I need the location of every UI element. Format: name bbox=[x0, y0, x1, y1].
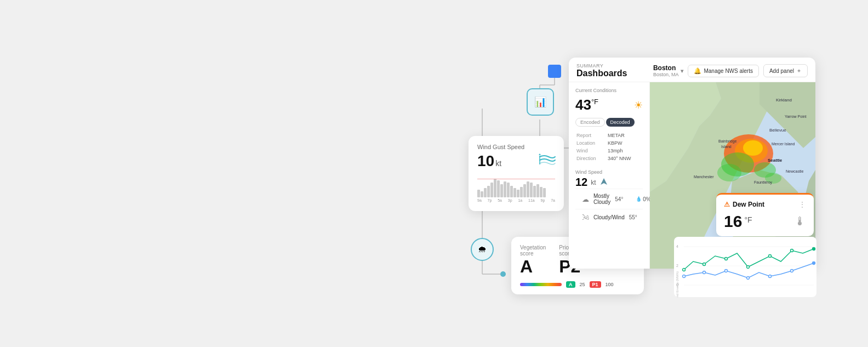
bottom-row: A 25 P1 100 bbox=[520, 281, 635, 288]
svg-point-57 bbox=[769, 275, 772, 278]
warning-icon: ⚠ bbox=[724, 201, 730, 208]
dash-title-block: Summary Dashboards bbox=[576, 63, 627, 78]
wind-cloud-icon: 🌬 bbox=[582, 213, 589, 221]
svg-point-46 bbox=[683, 269, 686, 271]
dashboard-title: Dashboards bbox=[576, 69, 627, 78]
wind-speed-label: Wind Speed bbox=[575, 169, 643, 175]
svg-text:Seattle: Seattle bbox=[768, 158, 783, 163]
svg-point-54 bbox=[703, 271, 706, 274]
svg-text:Yarrow Point: Yarrow Point bbox=[785, 115, 807, 118]
svg-point-55 bbox=[725, 270, 728, 272]
svg-point-49 bbox=[747, 266, 750, 269]
svg-point-9 bbox=[500, 271, 506, 277]
wind-speed-value: 12 kt bbox=[575, 176, 643, 189]
wind-gust-card: Wind Gust Speed 10 kt bbox=[469, 136, 564, 211]
dew-point-title: ⚠ Dew Point bbox=[724, 201, 764, 208]
dash-header: Summary Dashboards Boston Boston, MA ▾ 🔔… bbox=[569, 58, 815, 82]
cloudy-icon: ☁ bbox=[582, 195, 589, 203]
svg-point-51 bbox=[791, 249, 793, 252]
add-panel-button[interactable]: Add panel ＋ bbox=[763, 64, 808, 77]
chevron-down-icon: ▾ bbox=[681, 68, 683, 74]
meta-table: Report METAR Location KBPW Wind 13mph Di… bbox=[575, 131, 643, 163]
top-square-node bbox=[548, 65, 561, 78]
svg-text:Bainbridge: Bainbridge bbox=[718, 139, 737, 144]
dash-left-panel: Current Conditions 43°F ☀ Encoded Decode… bbox=[569, 82, 650, 269]
svg-point-47 bbox=[703, 263, 706, 266]
svg-text:Wind Energy (MWh): Wind Energy (MWh) bbox=[676, 271, 679, 297]
badge-p: P1 bbox=[590, 281, 601, 288]
dew-point-value: 16 °F bbox=[724, 212, 752, 231]
svg-point-48 bbox=[725, 258, 728, 260]
svg-rect-39 bbox=[674, 237, 816, 297]
chart-labels: 9a7p5a3p1a11a9p7a bbox=[477, 198, 555, 202]
wind-gust-icon bbox=[539, 152, 556, 169]
rain-icon-node: 🌧 bbox=[471, 238, 494, 261]
color-bar bbox=[520, 283, 562, 286]
svg-text:Mercer Island: Mercer Island bbox=[772, 142, 795, 146]
chart-icon-node: 📊 bbox=[527, 88, 554, 116]
chart-bars bbox=[477, 174, 546, 197]
forecast-row-1: ☁ Mostly Cloudy 54° 💧0% S 18 mph bbox=[575, 189, 643, 209]
svg-text:Manchester: Manchester bbox=[694, 175, 714, 179]
svg-point-59 bbox=[813, 262, 815, 265]
svg-text:Fauntleroy: Fauntleroy bbox=[754, 180, 773, 185]
location-selector[interactable]: Boston Boston, MA ▾ bbox=[653, 64, 684, 77]
wind-speed-section: Wind Speed 12 kt bbox=[575, 169, 643, 189]
current-conditions-label: Current Conditions bbox=[575, 88, 643, 93]
scene: 📊 🌧 Wind Gust Speed 10 kt bbox=[0, 0, 868, 347]
svg-point-25 bbox=[717, 164, 741, 181]
veg-score-value: A bbox=[520, 257, 546, 277]
svg-text:Island: Island bbox=[721, 145, 732, 149]
svg-marker-13 bbox=[539, 153, 541, 155]
veg-score-block: Vegetation score A bbox=[520, 244, 546, 277]
svg-point-50 bbox=[769, 255, 772, 258]
manage-nws-alerts-button[interactable]: 🔔 Manage NWS alerts bbox=[688, 65, 758, 77]
table-row: Direction 340° NNW bbox=[576, 155, 642, 162]
svg-point-56 bbox=[747, 277, 750, 280]
svg-text:Newcastle: Newcastle bbox=[786, 169, 803, 173]
svg-text:Kirkland: Kirkland bbox=[776, 98, 792, 103]
temp-row: 43°F ☀ bbox=[575, 96, 643, 113]
location-info: Boston Boston, MA bbox=[653, 64, 679, 77]
mini-chart: 9a7p5a3p1a11a9p7a bbox=[477, 174, 555, 204]
svg-point-58 bbox=[791, 270, 793, 272]
sun-icon: ☀ bbox=[634, 99, 643, 111]
dew-point-header: ⚠ Dew Point ⋮ bbox=[724, 200, 806, 209]
veg-score-label: Vegetation score bbox=[520, 244, 546, 257]
forecast-row-2: 🌬 Cloudy/Wind 55° 💧0% S 20 mph bbox=[575, 209, 643, 225]
mini-line-chart: 4 2 0 W bbox=[674, 237, 816, 297]
svg-point-52 bbox=[813, 248, 815, 251]
table-row: Report METAR bbox=[576, 132, 642, 139]
dew-drop-icon: 🌡 bbox=[794, 214, 806, 229]
wind-direction-icon bbox=[599, 177, 608, 187]
dash-header-right: Boston Boston, MA ▾ 🔔 Manage NWS alerts … bbox=[653, 64, 808, 77]
svg-point-23 bbox=[743, 140, 763, 156]
tabs-row: Encoded Decoded bbox=[575, 118, 643, 127]
svg-text:4: 4 bbox=[676, 244, 678, 248]
table-row: Wind 13mph bbox=[576, 147, 642, 154]
wind-gust-title: Wind Gust Speed bbox=[477, 144, 555, 150]
rain-drop-icon: 💧 bbox=[636, 196, 642, 202]
svg-point-53 bbox=[683, 275, 686, 278]
plus-icon: ＋ bbox=[796, 67, 802, 75]
temperature-value: 43°F bbox=[575, 96, 598, 113]
summary-label: Summary bbox=[576, 63, 627, 69]
dew-point-card: ⚠ Dew Point ⋮ 16 °F 🌡 bbox=[716, 193, 814, 236]
badge-a: A bbox=[566, 281, 575, 288]
svg-text:2: 2 bbox=[676, 264, 678, 268]
dew-point-value-row: 16 °F 🌡 bbox=[724, 212, 806, 231]
tab-encoded[interactable]: Encoded bbox=[575, 118, 605, 127]
tab-decoded[interactable]: Decoded bbox=[606, 118, 635, 127]
table-row: Location KBPW bbox=[576, 140, 642, 146]
bell-icon: 🔔 bbox=[694, 67, 701, 75]
svg-text:Bellevue: Bellevue bbox=[769, 128, 786, 133]
more-options-button[interactable]: ⋮ bbox=[798, 200, 806, 209]
